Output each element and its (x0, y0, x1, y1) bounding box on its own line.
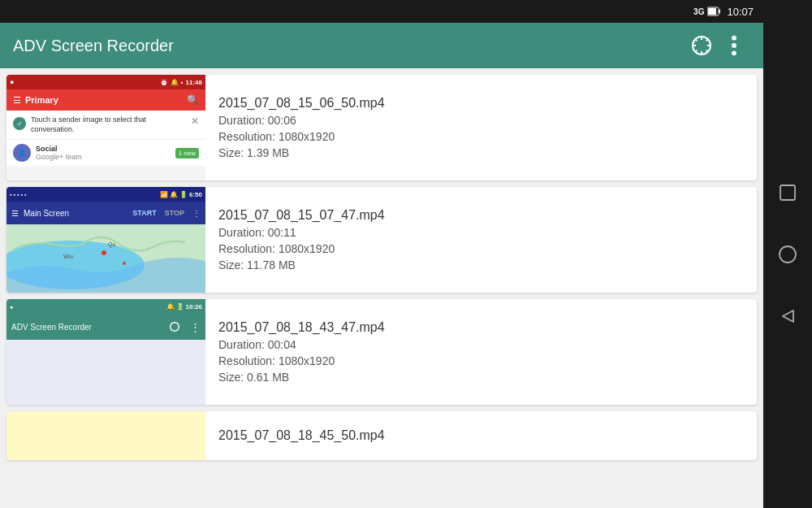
svg-rect-30 (780, 185, 795, 200)
size-2: Size: 11.78 MB (218, 258, 744, 271)
size-1: Size: 1.39 MB (218, 146, 744, 159)
duration-2: Duration: 00:11 (218, 226, 744, 239)
thumbnail-4: ▶ (6, 411, 205, 460)
card-1-info: 2015_07_08_15_06_50.mp4 Duration: 00:06 … (205, 75, 757, 180)
svg-point-12 (732, 36, 736, 41)
app-title: ADV Screen Recorder (13, 37, 685, 55)
app-bar: ADV Screen Recorder (0, 23, 763, 68)
thumbnail-3: ● 🔔 🔋 10:26 ADV Screen Recorder (6, 299, 205, 405)
recording-card-2[interactable]: ▪ ▪ ▪ ▪ ▪ 📶 🔔 🔋 6:50 ☰ Main Screen START… (6, 187, 757, 293)
more-options-button[interactable] (718, 29, 750, 62)
svg-text:Wu: Wu (63, 253, 73, 260)
duration-1: Duration: 00:06 (218, 114, 744, 127)
recording-card-1[interactable]: ● ⏰ 🔔 ▪ 11:48 ☰ Primary 🔍 ✓ (6, 75, 757, 180)
resolution-2: Resolution: 1080x1920 (218, 242, 744, 255)
phone-nav (763, 0, 812, 508)
card-2-info: 2015_07_08_15_07_47.mp4 Duration: 00:11 … (205, 187, 757, 293)
camera-button[interactable] (685, 29, 718, 62)
svg-point-17 (102, 250, 106, 255)
resolution-1: Resolution: 1080x1920 (218, 130, 744, 143)
thumbnail-1: ● ⏰ 🔔 ▪ 11:48 ☰ Primary 🔍 ✓ (6, 75, 205, 180)
svg-point-31 (780, 246, 796, 263)
svg-point-18 (123, 262, 126, 265)
filename-1: 2015_07_08_15_06_50.mp4 (218, 96, 744, 111)
thumbnail-2: ▪ ▪ ▪ ▪ ▪ 📶 🔔 🔋 6:50 ☰ Main Screen START… (6, 187, 205, 293)
svg-marker-32 (783, 310, 793, 322)
back-button[interactable] (773, 302, 802, 331)
svg-point-14 (732, 50, 736, 55)
resolution-3: Resolution: 1080x1920 (218, 354, 744, 367)
recording-card-4[interactable]: ▶ 2015_07_08_18_45_50.mp4 (6, 411, 757, 460)
recordings-list: ● ⏰ 🔔 ▪ 11:48 ☰ Primary 🔍 ✓ (0, 68, 763, 508)
filename-4: 2015_07_08_18_45_50.mp4 (218, 428, 744, 443)
signal-indicator: 3G (693, 7, 704, 16)
clock: 10:07 (727, 6, 754, 18)
battery-icon (707, 7, 720, 16)
home-button[interactable] (773, 240, 802, 269)
svg-rect-2 (708, 8, 716, 15)
card-4-info: 2015_07_08_18_45_50.mp4 (205, 411, 757, 460)
recents-button[interactable] (773, 178, 802, 207)
svg-text:Qu: Qu (108, 241, 115, 248)
svg-rect-1 (719, 10, 721, 14)
filename-2: 2015_07_08_15_07_47.mp4 (218, 208, 744, 223)
recording-card-3[interactable]: ● 🔔 🔋 10:26 ADV Screen Recorder (6, 299, 757, 405)
size-3: Size: 0.61 MB (218, 371, 744, 384)
status-bar: 3G 10:07 (0, 0, 763, 23)
svg-point-13 (732, 43, 736, 48)
filename-3: 2015_07_08_18_43_47.mp4 (218, 320, 744, 335)
card-3-info: 2015_07_08_18_43_47.mp4 Duration: 00:04 … (205, 299, 757, 405)
duration-3: Duration: 00:04 (218, 338, 744, 351)
